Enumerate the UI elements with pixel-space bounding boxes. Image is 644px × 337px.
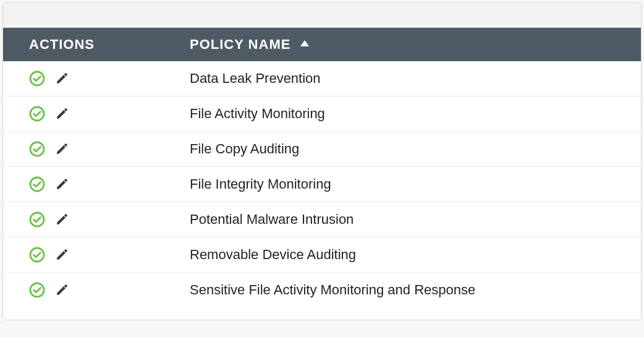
edit-icon[interactable]	[55, 142, 69, 156]
svg-point-2	[30, 107, 44, 121]
table-header-row: ACTIONS POLICY NAME	[3, 28, 641, 61]
actions-cell	[3, 202, 164, 237]
actions-cell	[3, 237, 164, 273]
edit-icon[interactable]	[55, 283, 69, 297]
policy-name-label: Sensitive File Activity Monitoring and R…	[190, 282, 475, 297]
actions-cell	[3, 273, 164, 308]
status-active-icon[interactable]	[29, 70, 45, 87]
policy-name-cell: Potential Malware Intrusion	[164, 202, 641, 237]
status-active-icon[interactable]	[29, 211, 45, 228]
svg-marker-0	[300, 40, 309, 46]
column-header-actions-label: ACTIONS	[29, 36, 95, 52]
svg-point-1	[30, 72, 44, 85]
policy-name-label: File Integrity Monitoring	[190, 176, 331, 192]
sort-ascending-icon	[300, 40, 309, 46]
table-row: File Integrity Monitoring	[3, 167, 641, 202]
edit-icon[interactable]	[55, 72, 69, 85]
status-active-icon[interactable]	[29, 176, 45, 192]
table-row: Data Leak Prevention	[3, 61, 641, 96]
svg-point-3	[30, 142, 44, 156]
status-active-icon[interactable]	[29, 247, 45, 263]
edit-icon[interactable]	[55, 248, 69, 262]
column-header-policy-name-label: POLICY NAME	[190, 36, 290, 52]
edit-icon[interactable]	[55, 177, 69, 191]
policy-name-label: Removable Device Auditing	[190, 247, 356, 262]
table-row: Potential Malware Intrusion	[3, 202, 641, 237]
svg-point-5	[30, 213, 44, 226]
actions-cell	[3, 132, 164, 167]
column-header-actions[interactable]: ACTIONS	[3, 28, 164, 61]
policy-name-cell: File Copy Auditing	[164, 132, 641, 167]
policy-name-label: Data Leak Prevention	[190, 70, 321, 86]
policy-name-cell: Sensitive File Activity Monitoring and R…	[164, 273, 641, 308]
edit-icon[interactable]	[55, 107, 69, 121]
table-row: File Activity Monitoring	[3, 96, 641, 132]
actions-cell	[3, 96, 164, 132]
table-row: Removable Device Auditing	[3, 237, 641, 273]
status-active-icon[interactable]	[29, 282, 45, 298]
actions-cell	[3, 61, 164, 96]
policy-name-label: File Copy Auditing	[190, 141, 299, 156]
column-header-policy-name[interactable]: POLICY NAME	[164, 28, 641, 61]
status-active-icon[interactable]	[29, 141, 45, 157]
svg-point-6	[30, 248, 44, 262]
status-active-icon[interactable]	[29, 106, 45, 122]
svg-point-4	[30, 177, 44, 191]
policy-name-cell: File Activity Monitoring	[164, 96, 641, 132]
table-row: File Copy Auditing	[3, 132, 641, 167]
svg-point-7	[30, 283, 44, 297]
policy-name-cell: Removable Device Auditing	[164, 237, 641, 273]
policies-panel: ACTIONS POLICY NAME Data Leak Prevention…	[2, 2, 642, 320]
policy-name-label: Potential Malware Intrusion	[190, 211, 354, 227]
policies-table: ACTIONS POLICY NAME Data Leak Prevention…	[3, 28, 641, 307]
table-row: Sensitive File Activity Monitoring and R…	[3, 273, 641, 308]
edit-icon[interactable]	[55, 213, 69, 226]
actions-cell	[3, 167, 164, 202]
panel-topbar	[3, 3, 641, 28]
policy-name-label: File Activity Monitoring	[190, 106, 325, 121]
policy-name-cell: File Integrity Monitoring	[164, 167, 641, 202]
policy-name-cell: Data Leak Prevention	[164, 61, 641, 96]
panel-bottombar	[3, 307, 641, 320]
